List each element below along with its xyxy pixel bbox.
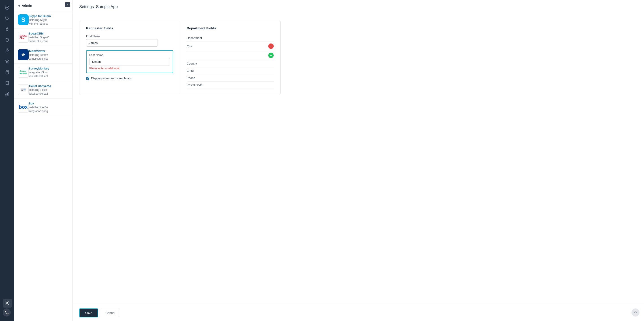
settings-body: Requester Fields First Name Last Name Pl… bbox=[72, 14, 644, 305]
display-orders-checkbox[interactable] bbox=[86, 77, 89, 80]
dept-field-add-row: + bbox=[187, 51, 274, 60]
sidebar-icon-chart[interactable] bbox=[3, 89, 12, 98]
svg-marker-7 bbox=[5, 60, 9, 62]
dept-field-name-phone: Phone bbox=[187, 76, 195, 80]
app-name-ticket: Ticket Conversa bbox=[29, 84, 69, 88]
sidebar-icon-bolt[interactable] bbox=[3, 46, 12, 55]
remove-city-button[interactable]: − bbox=[268, 44, 274, 49]
dept-field-name-department: Department bbox=[187, 36, 202, 40]
sidebar-icon-home[interactable] bbox=[3, 3, 12, 12]
svg-point-1 bbox=[6, 7, 8, 8]
app-desc2-box: integration bring bbox=[29, 110, 69, 113]
dept-field-name-country: Country bbox=[187, 62, 197, 65]
validation-error: Please enter a valid input bbox=[89, 67, 170, 70]
first-name-input[interactable] bbox=[86, 39, 158, 47]
app-desc2-sugarcrm: name, title, com bbox=[29, 40, 69, 43]
svg-rect-12 bbox=[6, 94, 6, 95]
svg-rect-18 bbox=[22, 90, 23, 91]
dept-field-postal: Postal Code bbox=[187, 82, 274, 89]
app-desc-teamviewer: Installing Teamvi bbox=[29, 53, 69, 57]
svg-rect-14 bbox=[8, 93, 9, 95]
scroll-to-top-button[interactable] bbox=[632, 308, 640, 316]
svg-rect-17 bbox=[20, 88, 26, 91]
chevron-left-icon: ◀ bbox=[18, 4, 20, 7]
list-item[interactable]: SUGARCRM SugarCRM Installing SugarC name… bbox=[14, 29, 72, 46]
app-desc-ticket: Installing Ticket bbox=[29, 88, 69, 91]
app-desc-skype: Installing Skype bbox=[29, 18, 69, 22]
form-container: Requester Fields First Name Last Name Pl… bbox=[79, 21, 280, 94]
list-item[interactable]: box Box Installing the Bo integration br… bbox=[14, 99, 72, 116]
display-orders-label: Display orders from sample app bbox=[91, 77, 132, 80]
first-name-group: First Name bbox=[86, 35, 173, 47]
dept-field-phone: Phone bbox=[187, 74, 274, 82]
sidebar-icon-shield[interactable] bbox=[3, 35, 12, 44]
dept-field-name-email: Email bbox=[187, 69, 194, 72]
box-icon: box bbox=[18, 102, 29, 112]
list-item[interactable]: Ticket Conversa Installing Ticket ticket… bbox=[14, 81, 72, 99]
panel-title: Admin bbox=[22, 4, 32, 8]
app-desc2-ticket: ticket conversati bbox=[29, 92, 69, 95]
app-desc-box: Installing the Bo bbox=[29, 106, 69, 109]
app-name-skype: Skype for Busin bbox=[29, 14, 69, 18]
save-button[interactable]: Save bbox=[79, 308, 98, 317]
app-name-surveymonkey: SurveyMonkey bbox=[29, 67, 69, 70]
app-name-sugarcrm: SugarCRM bbox=[29, 32, 69, 35]
dept-field-name-city: City bbox=[187, 45, 192, 48]
dept-section-title: Department Fields bbox=[187, 26, 274, 30]
sidebar-icon-layers[interactable] bbox=[3, 57, 12, 66]
cancel-button[interactable]: Cancel bbox=[101, 309, 120, 317]
add-field-button[interactable]: + bbox=[268, 53, 274, 58]
app-desc2-surveymonkey: you with valuabl bbox=[29, 75, 69, 78]
main-title: Settings: Sample App bbox=[72, 0, 644, 14]
phone-icon[interactable] bbox=[3, 308, 11, 316]
list-item[interactable]: S Skype for Busin Installing Skype with … bbox=[14, 11, 72, 29]
teamviewer-icon bbox=[18, 49, 29, 60]
sidebar-icon-document[interactable] bbox=[3, 68, 12, 77]
last-name-input[interactable] bbox=[89, 58, 170, 65]
sidebar bbox=[0, 0, 14, 321]
svg-point-15 bbox=[6, 302, 8, 304]
close-panel-button[interactable]: × bbox=[65, 2, 70, 7]
sidebar-icon-bug[interactable] bbox=[3, 25, 12, 34]
app-name-box: Box bbox=[29, 102, 69, 105]
panel-header: ◀ Admin × bbox=[14, 0, 72, 11]
sidebar-icon-gear[interactable] bbox=[3, 298, 12, 307]
requester-section-title: Requester Fields bbox=[86, 26, 173, 30]
app-desc-sugarcrm: Installing SugarC bbox=[29, 36, 69, 39]
department-fields-section: Department Fields Department City − + bbox=[180, 21, 280, 94]
skype-icon: S bbox=[18, 14, 29, 25]
svg-rect-2 bbox=[6, 29, 8, 31]
sidebar-icon-tag[interactable] bbox=[3, 14, 12, 23]
sidebar-icon-book[interactable] bbox=[3, 78, 12, 87]
dept-field-city: City − bbox=[187, 42, 274, 51]
surveymonkey-icon: SurveyMonkey bbox=[18, 67, 29, 78]
app-desc-surveymonkey: Integrating Surv bbox=[29, 71, 69, 74]
ticket-icon bbox=[18, 84, 29, 95]
app-desc2-teamviewer: complicated issu bbox=[29, 57, 69, 60]
list-item[interactable]: SurveyMonkey SurveyMonkey Integrating Su… bbox=[14, 64, 72, 81]
sugarcrm-icon: SUGARCRM bbox=[18, 32, 29, 43]
requester-fields-section: Requester Fields First Name Last Name Pl… bbox=[80, 21, 180, 94]
dept-field-name-postal: Postal Code bbox=[187, 83, 203, 87]
dept-field-department: Department bbox=[187, 35, 274, 42]
last-name-label: Last Name bbox=[89, 53, 170, 57]
first-name-label: First Name bbox=[86, 35, 173, 38]
dept-field-country: Country bbox=[187, 60, 274, 67]
list-item[interactable]: TeamViewer Installing Teamvi complicated… bbox=[14, 46, 72, 64]
bottom-bar: Save Cancel bbox=[72, 305, 644, 321]
main-content: Settings: Sample App Requester Fields Fi… bbox=[72, 0, 644, 321]
last-name-group-focused: Last Name Please enter a valid input bbox=[86, 50, 173, 73]
svg-rect-13 bbox=[7, 93, 8, 95]
app-list-panel: ◀ Admin × S Skype for Busin Installing S… bbox=[14, 0, 72, 321]
app-desc2-skype: with the request bbox=[29, 22, 69, 25]
dept-field-email: Email bbox=[187, 67, 274, 74]
checkbox-row: Display orders from sample app bbox=[86, 77, 173, 80]
app-name-teamviewer: TeamViewer bbox=[29, 49, 69, 53]
